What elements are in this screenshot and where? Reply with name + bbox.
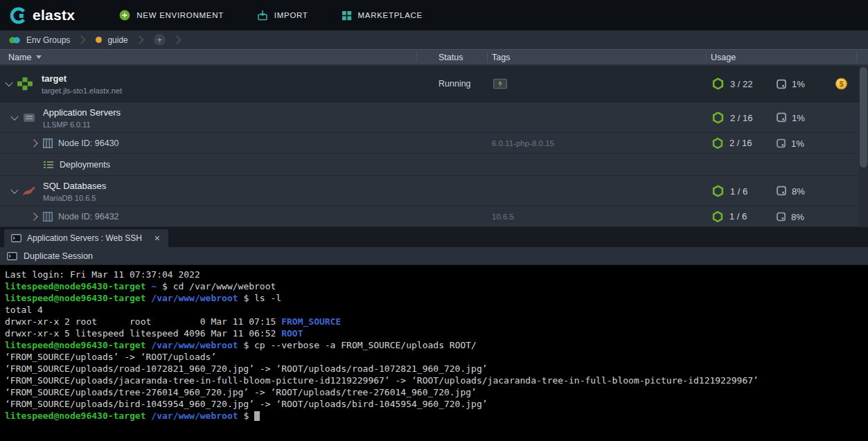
terminal-line: ‘FROM_SOURCE/uploads/bird-1045954_960_72… — [5, 398, 868, 410]
node-row-96430[interactable]: Node ID: 96430 6.0.11-php-8.0.15 2 / 16 … — [0, 133, 868, 154]
mariadb-icon — [21, 186, 36, 196]
chevron-right-icon[interactable] — [30, 139, 37, 147]
disk-percent: 1% — [791, 138, 804, 148]
environment-name-block: target target.jls-sto1.elastx.net — [42, 73, 122, 95]
elastx-logo-icon — [10, 7, 27, 24]
environment-row-target[interactable]: target target.jls-sto1.elastx.net Runnin… — [0, 66, 868, 102]
cloudlets-count: 1 / 6 — [730, 186, 747, 196]
duplicate-session-button[interactable]: Duplicate Session — [0, 247, 868, 265]
new-environment-button[interactable]: NEW ENVIRONMENT — [103, 0, 240, 30]
node-tag: 6.0.11-php-8.0.15 — [492, 139, 554, 147]
add-group-button[interactable]: + — [154, 34, 166, 46]
import-button[interactable]: IMPORT — [240, 0, 325, 30]
marketplace-button[interactable]: MARKETPLACE — [325, 0, 439, 30]
column-divider — [856, 52, 857, 62]
environment-tree: target target.jls-sto1.elastx.net Runnin… — [0, 66, 868, 227]
terminal-line: litespeed@node96430-target /var/www/webr… — [5, 339, 868, 351]
cloudlets-hexagon-icon — [712, 111, 724, 123]
group-color-dot — [96, 37, 102, 43]
chevron-down-icon[interactable] — [10, 112, 18, 120]
logo-text: elastx — [33, 7, 75, 24]
breadcrumb-env-groups[interactable]: Env Groups — [8, 35, 70, 45]
env-groups-icon — [8, 35, 21, 45]
cloudlets-usage: 3 / 22 — [712, 78, 753, 90]
column-header-tags[interactable]: Tags — [492, 50, 510, 64]
chevron-down-icon[interactable] — [5, 79, 12, 87]
cloudlets-hexagon-icon — [712, 138, 723, 149]
close-icon[interactable]: × — [153, 233, 161, 243]
terminal-line: drwxr-xr-x 5 litespeed litespeed 4096 Ma… — [5, 327, 868, 339]
bonus-icon[interactable]: $ — [835, 78, 847, 90]
import-label: IMPORT — [274, 11, 308, 19]
disk-icon — [777, 138, 786, 147]
layer-name-block: SQL Databases MariaDB 10.6.5 — [43, 180, 106, 201]
disk-percent: 8% — [792, 186, 805, 196]
terminal-line: litespeed@node96430-target ~ $ cd /var/w… — [5, 280, 868, 292]
chevron-separator-icon — [78, 35, 87, 44]
deployments-icon — [43, 160, 54, 169]
chevron-down-icon[interactable] — [10, 186, 18, 193]
disk-percent: 1% — [792, 79, 805, 89]
terminal-line: Last login: Fri Mar 11 07:37:04 2022 — [5, 269, 868, 280]
node-name: Node ID: 96430 — [58, 138, 119, 148]
cloudlets-usage: 1 / 6 — [712, 185, 747, 197]
node-row-96432[interactable]: Node ID: 96432 10.6.5 1 / 6 8% — [0, 206, 868, 227]
chevron-separator-icon — [135, 35, 144, 44]
deployments-label: Deployments — [60, 160, 110, 170]
breadcrumb-group-label: guide — [107, 35, 127, 45]
cloudlets-usage: 2 / 16 — [712, 111, 753, 123]
elastx-logo[interactable]: elastx — [0, 7, 87, 24]
deployments-row[interactable]: Deployments — [0, 154, 868, 176]
terminal-line: drwxr-xr-x 2 root root 0 Mar 11 07:15 FR… — [5, 316, 868, 327]
new-environment-label: NEW ENVIRONMENT — [136, 11, 224, 19]
node-grid-icon — [43, 138, 53, 148]
tree-scrollbar — [859, 66, 868, 227]
column-header-status[interactable]: Status — [439, 50, 463, 64]
terminal-line: total 4 — [5, 304, 868, 316]
terminal-cursor — [254, 411, 260, 421]
breadcrumb-group-guide[interactable]: guide — [96, 35, 127, 45]
topbar-nav: NEW ENVIRONMENT IMPORT MARKETPLACE — [103, 0, 439, 30]
column-divider — [416, 52, 417, 62]
terminal-output[interactable]: Last login: Fri Mar 11 07:37:04 2022lite… — [0, 265, 868, 441]
topbar: elastx NEW ENVIRONMENT IMPORT — [0, 0, 868, 30]
node-grid-icon — [43, 212, 53, 222]
disk-icon — [777, 186, 786, 196]
ssh-tab-application-servers[interactable]: Application Servers : Web SSH × — [4, 229, 168, 247]
disk-usage: 1% — [777, 79, 805, 89]
terminal-line: litespeed@node96430-target /var/www/webr… — [5, 410, 868, 422]
terminal-line: litespeed@node96430-target /var/www/webr… — [5, 292, 868, 304]
disk-usage: 8% — [777, 186, 805, 196]
plus-circle-icon — [119, 10, 130, 21]
cloudlets-usage: 2 / 16 — [712, 138, 752, 149]
terminal-icon — [11, 234, 21, 242]
node-tag: 10.6.5 — [492, 213, 514, 221]
env-table-header: Name Status Tags Usage — [0, 49, 868, 65]
env-tag-icon — [493, 79, 507, 89]
disk-icon — [777, 212, 786, 221]
terminal-line: ‘FROM_SOURCE/uploads’ -> ‘ROOT/uploads’ — [5, 351, 868, 363]
tree-scrollbar-thumb[interactable] — [860, 67, 867, 168]
layer-row-application-servers[interactable]: Application Servers LLSMP 6.0.11 2 / 16 … — [0, 102, 868, 133]
column-header-name[interactable]: Name — [8, 50, 42, 64]
disk-icon — [777, 79, 786, 89]
chevron-right-icon[interactable] — [30, 213, 37, 220]
column-header-usage[interactable]: Usage — [711, 50, 736, 64]
disk-percent: 8% — [791, 211, 804, 222]
node-name: Node ID: 96432 — [58, 212, 119, 222]
layer-name-block: Application Servers LLSMP 6.0.11 — [43, 107, 121, 128]
marketplace-label: MARKETPLACE — [358, 11, 423, 19]
environment-icon — [17, 78, 33, 91]
cloudlets-count: 2 / 16 — [730, 112, 753, 123]
layer-stack: MariaDB 10.6.5 — [43, 193, 106, 201]
marketplace-icon — [342, 10, 352, 21]
cloudlets-hexagon-icon — [712, 211, 723, 222]
disk-percent: 1% — [792, 112, 805, 123]
cloudlets-hexagon-icon — [712, 185, 724, 197]
disk-usage: 8% — [777, 211, 804, 222]
duplicate-session-label: Duplicate Session — [24, 251, 93, 261]
layer-name: Application Servers — [43, 107, 121, 117]
layer-row-sql-databases[interactable]: SQL Databases MariaDB 10.6.5 1 / 6 8% — [0, 176, 868, 206]
cloudlets-usage: 1 / 6 — [712, 211, 747, 222]
cloudlets-count: 1 / 6 — [729, 211, 747, 222]
